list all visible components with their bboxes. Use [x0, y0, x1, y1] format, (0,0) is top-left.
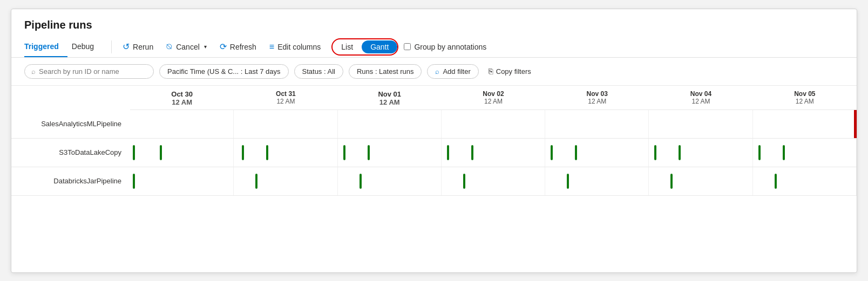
copy-filters-button[interactable]: ⎘ Copy filters [484, 64, 535, 78]
gantt-cell-0-6 [753, 110, 857, 138]
search-input[interactable] [39, 67, 136, 76]
gantt-col-header-0: Oct 30 12 AM [130, 90, 234, 106]
gantt-cell-2-2 [338, 167, 442, 195]
gantt-cell-0-1 [234, 110, 337, 138]
gantt-cell-1-0 [130, 139, 234, 167]
green-bar [447, 145, 449, 160]
gantt-cell-1-6 [753, 139, 857, 167]
copy-filters-label: Copy filters [496, 67, 531, 76]
gantt-cell-0-3 [442, 110, 545, 138]
gantt-cell-0-2 [338, 110, 442, 138]
gantt-view-button[interactable]: Gantt [362, 40, 397, 53]
gantt-row-label-1: S3ToDataLakeCopy [11, 148, 130, 156]
gantt-cell-2-1 [234, 167, 337, 195]
green-bar [133, 174, 135, 189]
group-by-label: Group by annotations [414, 43, 486, 51]
time-filter-label: Pacific Time (US & C... : Last 7 days [167, 67, 281, 76]
tab-debug[interactable]: Debug [72, 37, 103, 57]
green-bar [160, 145, 162, 160]
green-bar [360, 174, 362, 189]
edit-columns-icon: ≡ [269, 42, 274, 52]
cancel-label: Cancel [176, 43, 200, 51]
main-window: Pipeline runs Triggered Debug ↺ Rerun ⦰ … [11, 9, 857, 273]
search-icon: ⌕ [31, 67, 36, 76]
runs-filter-pill[interactable]: Runs : Latest runs [349, 64, 422, 79]
gantt-cell-2-3 [442, 167, 545, 195]
rerun-icon: ↺ [123, 42, 130, 52]
toolbar-divider [111, 40, 112, 53]
green-bar [266, 145, 268, 160]
green-bar [758, 145, 761, 160]
cancel-button[interactable]: ⦰ Cancel ▾ [160, 39, 213, 55]
runs-filter-label: Runs : Latest runs [357, 67, 414, 76]
refresh-label: Refresh [230, 43, 256, 51]
edit-columns-label: Edit columns [277, 43, 321, 51]
gantt-row-1: S3ToDataLakeCopy [11, 139, 857, 167]
gantt-cell-1-1 [234, 139, 337, 167]
list-view-button[interactable]: List [333, 40, 362, 53]
green-bar [368, 145, 370, 160]
gantt-row-2: DatabricksJarPipeline [11, 167, 857, 196]
gantt-cell-0-4 [545, 110, 649, 138]
view-toggle: List Gantt [331, 38, 398, 56]
green-bar [654, 145, 656, 160]
gantt-cell-1-3 [442, 139, 545, 167]
gantt-area: Oct 30 12 AM Oct 31 12 AM Nov 01 12 AM N… [11, 86, 857, 196]
add-filter-icon: ⌕ [435, 67, 439, 76]
green-bar [783, 145, 785, 160]
toolbar: Triggered Debug ↺ Rerun ⦰ Cancel ▾ ⟳ Ref… [11, 37, 857, 58]
green-bar [567, 174, 569, 189]
gantt-row-body-1 [130, 139, 857, 167]
add-filter-label: Add filter [443, 67, 470, 76]
gantt-row-label-2: DatabricksJarPipeline [11, 177, 130, 185]
gantt-cell-1-2 [338, 139, 442, 167]
gantt-col-header-6: Nov 05 12 AM [753, 90, 857, 106]
gantt-header: Oct 30 12 AM Oct 31 12 AM Nov 01 12 AM N… [130, 86, 857, 110]
gantt-col-header-3: Nov 02 12 AM [442, 90, 545, 106]
filter-row: ⌕ Pacific Time (US & C... : Last 7 days … [11, 58, 857, 86]
gantt-row-body-0 [130, 110, 857, 138]
status-filter-pill[interactable]: Status : All [294, 64, 343, 79]
green-bar [679, 145, 681, 160]
gantt-cell-2-0 [130, 167, 234, 195]
gantt-row-body-2 [130, 167, 857, 195]
gantt-col-header-2: Nov 01 12 AM [338, 90, 442, 106]
gantt-cell-1-4 [545, 139, 649, 167]
add-filter-button[interactable]: ⌕ Add filter [427, 64, 478, 79]
cancel-icon: ⦰ [166, 42, 173, 52]
refresh-button[interactable]: ⟳ Refresh [213, 38, 263, 55]
group-by-section: Group by annotations [404, 43, 486, 51]
copy-filters-icon: ⎘ [489, 67, 493, 76]
green-bar [255, 174, 257, 189]
rerun-label: Rerun [133, 43, 153, 51]
page-title: Pipeline runs [11, 9, 857, 37]
gantt-col-header-1: Oct 31 12 AM [234, 90, 337, 106]
green-bar [775, 174, 777, 189]
tab-triggered[interactable]: Triggered [24, 37, 67, 57]
green-bar [575, 145, 577, 160]
green-bar [133, 145, 135, 160]
gantt-cell-1-5 [649, 139, 752, 167]
group-by-checkbox[interactable] [404, 43, 411, 50]
search-box[interactable]: ⌕ [24, 64, 154, 79]
gantt-cell-2-4 [545, 167, 649, 195]
gantt-row-label-0: SalesAnalyticsMLPipeline [11, 120, 130, 128]
gantt-cell-0-0 [130, 110, 234, 138]
gantt-cell-2-5 [649, 167, 752, 195]
cancel-chevron-icon: ▾ [204, 44, 207, 50]
time-filter-pill[interactable]: Pacific Time (US & C... : Last 7 days [159, 64, 289, 79]
gantt-cell-0-5 [649, 110, 752, 138]
green-bar [343, 145, 345, 160]
gantt-col-header-4: Nov 03 12 AM [545, 90, 649, 106]
edit-columns-button[interactable]: ≡ Edit columns [263, 39, 328, 55]
gantt-row-0: SalesAnalyticsMLPipeline [11, 110, 857, 139]
refresh-icon: ⟳ [220, 42, 227, 52]
green-bar [551, 145, 553, 160]
green-bar [242, 145, 244, 160]
gantt-col-header-5: Nov 04 12 AM [649, 90, 752, 106]
red-status-marker [854, 110, 857, 138]
gantt-cell-2-6 [753, 167, 857, 195]
green-bar [670, 174, 673, 189]
rerun-button[interactable]: ↺ Rerun [116, 38, 160, 55]
green-bar [471, 145, 473, 160]
